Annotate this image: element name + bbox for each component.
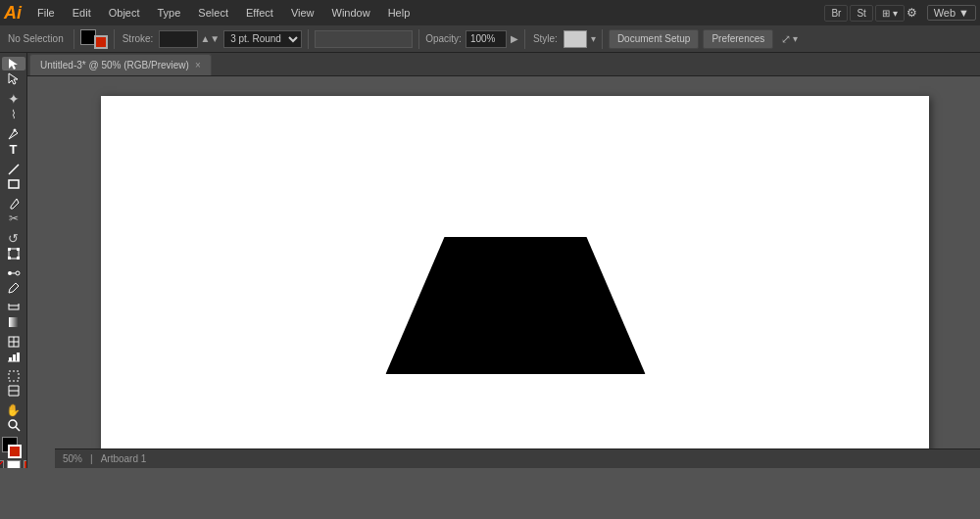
rect-tool[interactable] — [2, 177, 25, 191]
line-tool[interactable] — [2, 163, 25, 176]
trapezoid-shape[interactable] — [385, 237, 645, 374]
measure-tool[interactable] — [2, 301, 25, 314]
svg-rect-16 — [9, 317, 19, 327]
separator-5 — [524, 29, 525, 49]
artboard-tool[interactable] — [2, 369, 25, 383]
menu-help[interactable]: Help — [380, 5, 418, 21]
free-transform-tool[interactable] — [2, 247, 25, 260]
stroke-value-input[interactable] — [159, 30, 198, 48]
chart-tool[interactable] — [2, 350, 25, 363]
stroke-controls: ▲▼ — [159, 30, 220, 48]
canvas-container — [27, 76, 980, 468]
separator-3 — [308, 29, 309, 49]
separator-1 — [74, 29, 74, 49]
menu-bar: Ai File Edit Object Type Select Effect V… — [0, 0, 980, 25]
opacity-input[interactable]: 100% — [466, 30, 507, 48]
zoom-level: 50% — [63, 453, 82, 464]
variable-input[interactable] — [315, 30, 413, 48]
menu-select[interactable]: Select — [190, 5, 236, 21]
app-logo: Ai — [4, 4, 22, 22]
status-bar: 50% | Artboard 1 — [55, 448, 980, 468]
stock-icon[interactable]: St — [850, 5, 872, 22]
opacity-more-btn[interactable]: ▶ — [511, 33, 518, 44]
slice-tool[interactable] — [2, 384, 25, 398]
direct-selection-tool[interactable] — [2, 71, 25, 85]
artboard-number: 1 — [141, 453, 147, 464]
opacity-label: Opacity: — [425, 33, 462, 44]
menu-object[interactable]: Object — [101, 5, 148, 21]
svg-marker-0 — [9, 59, 18, 70]
document-tab[interactable]: Untitled-3* @ 50% (RGB/Preview) × — [29, 54, 212, 75]
menu-edit[interactable]: Edit — [65, 5, 99, 21]
zoom-tool[interactable] — [2, 418, 25, 432]
web-label[interactable]: Web ▼ — [927, 5, 976, 21]
pen-tool[interactable] — [2, 127, 25, 141]
gradient-tool[interactable] — [2, 315, 25, 329]
magic-wand-tool[interactable]: ✦ — [2, 91, 25, 107]
menu-view[interactable]: View — [283, 5, 322, 21]
doc-info-text: @ 50% (RGB/Preview) — [88, 60, 188, 71]
preferences-button[interactable]: Preferences — [703, 29, 773, 49]
artboard-info: Artboard 1 — [101, 453, 147, 464]
svg-point-2 — [13, 129, 16, 132]
style-label: Style: — [531, 33, 560, 44]
separator-4 — [418, 29, 419, 49]
menu-effect[interactable]: Effect — [238, 5, 281, 21]
workspace-switcher[interactable]: ⊞ ▾ — [875, 5, 905, 22]
paintbrush-tool[interactable] — [2, 197, 25, 211]
svg-line-28 — [16, 427, 20, 431]
svg-point-11 — [16, 271, 20, 275]
style-dropdown-arrow[interactable]: ▾ — [591, 33, 596, 44]
sync-settings-icon[interactable]: ⚙ — [906, 6, 925, 20]
svg-rect-7 — [17, 248, 20, 251]
stroke-swatch[interactable] — [94, 35, 108, 49]
svg-rect-8 — [8, 257, 11, 260]
svg-point-27 — [9, 420, 17, 428]
mesh-tool[interactable] — [2, 335, 25, 349]
hand-tool[interactable]: ✋ — [2, 403, 25, 417]
stroke-style-dropdown[interactable]: 3 pt. Round — [223, 30, 302, 48]
bridge-icon[interactable]: Br — [824, 5, 848, 22]
rotate-tool[interactable]: ↺ — [2, 231, 25, 246]
main-area: ✦ ⌇ T ✂ ↺ — [0, 53, 980, 468]
none-swatch[interactable] — [0, 460, 4, 468]
doc-title-text: Untitled-3* — [40, 60, 86, 71]
tab-close-button[interactable]: × — [195, 60, 201, 71]
svg-rect-13 — [9, 306, 19, 309]
white-swatch[interactable] — [7, 460, 21, 468]
trapezoid-svg — [385, 237, 645, 374]
toolbar-color-swatches — [0, 433, 27, 468]
type-tool[interactable]: T — [2, 142, 25, 157]
svg-rect-4 — [9, 180, 19, 188]
toolbar-stroke-swatch[interactable] — [8, 445, 22, 458]
lasso-tool[interactable]: ⌇ — [2, 108, 25, 121]
menu-type[interactable]: Type — [150, 5, 189, 21]
properties-bar: No Selection Stroke: ▲▼ 3 pt. Round Opac… — [0, 25, 980, 53]
stroke-up-down[interactable]: ▲▼ — [200, 33, 220, 44]
menu-file[interactable]: File — [29, 5, 63, 21]
scissors-tool[interactable]: ✂ — [2, 212, 25, 225]
svg-marker-1 — [9, 73, 18, 84]
blend-tool[interactable] — [2, 266, 25, 280]
style-swatch[interactable] — [564, 30, 587, 48]
separator-2 — [114, 29, 115, 49]
eyedropper-tool[interactable] — [2, 281, 25, 295]
svg-rect-6 — [8, 248, 11, 251]
svg-rect-22 — [17, 353, 20, 361]
document-tab-bar: Untitled-3* @ 50% (RGB/Preview) × — [27, 53, 980, 76]
stroke-color-inner — [96, 37, 106, 47]
fill-stroke-selector[interactable] — [80, 27, 108, 51]
document-setup-button[interactable]: Document Setup — [609, 29, 700, 49]
selection-tool[interactable] — [2, 57, 25, 71]
separator-6 — [602, 29, 603, 49]
svg-rect-21 — [13, 354, 16, 361]
menu-window[interactable]: Window — [324, 5, 378, 21]
document-tab-title: Untitled-3* @ 50% (RGB/Preview) — [40, 60, 189, 71]
transform-controls[interactable]: ⤢ ▾ — [781, 32, 798, 46]
canvas-paper — [101, 96, 929, 468]
svg-line-3 — [9, 165, 19, 174]
selection-label: No Selection — [4, 33, 68, 44]
canvas-area: Untitled-3* @ 50% (RGB/Preview) × 50% | — [27, 53, 980, 468]
status-separator: | — [90, 453, 93, 464]
fill-stroke-pair[interactable] — [2, 437, 25, 458]
